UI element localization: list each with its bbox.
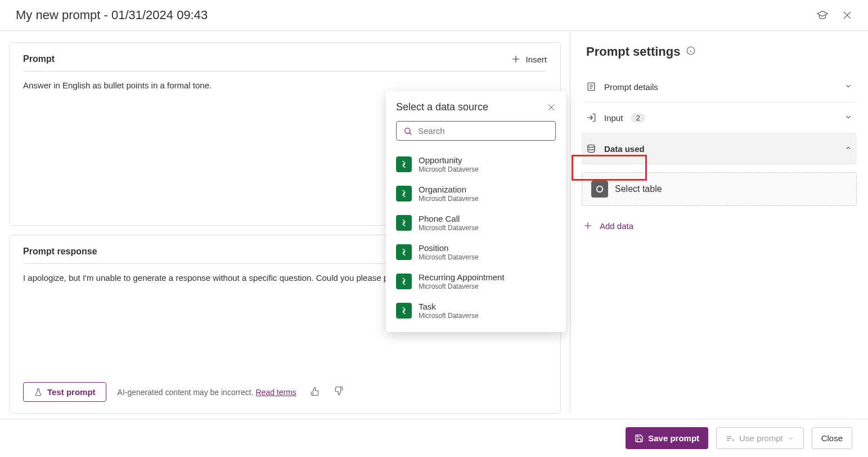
data-source-sub: Microsoft Dataverse (419, 283, 505, 290)
thumbs-up-icon[interactable] (310, 386, 320, 398)
data-source-sub: Microsoft Dataverse (419, 312, 479, 320)
data-source-sub: Microsoft Dataverse (419, 224, 479, 232)
dataverse-icon (396, 303, 412, 319)
close-button[interactable]: Close (812, 427, 852, 449)
accordion-input[interactable]: Input 2 (582, 102, 857, 133)
database-icon (586, 144, 596, 154)
search-icon (403, 127, 412, 136)
popover-close-icon[interactable] (547, 103, 556, 112)
data-source-name: Opportunity (419, 155, 479, 165)
data-source-list: Opportunity Microsoft Dataverse Organiza… (396, 150, 556, 325)
test-prompt-label: Test prompt (47, 387, 96, 397)
table-icon (591, 181, 608, 198)
prompt-card-title: Prompt (23, 54, 55, 64)
details-icon (586, 82, 596, 92)
data-source-item[interactable]: Phone Call Microsoft Dataverse (396, 208, 556, 238)
dataverse-icon (396, 186, 412, 201)
prompt-text[interactable]: Answer in English as bullet points in a … (23, 79, 547, 91)
chevron-down-icon (844, 82, 852, 92)
insert-label: Insert (525, 55, 547, 64)
save-prompt-label: Save prompt (648, 433, 699, 443)
footer-bar: Save prompt Use prompt Close (0, 419, 868, 457)
plus-icon (511, 54, 521, 64)
read-terms-link[interactable]: Read terms (255, 388, 296, 397)
flask-icon (34, 388, 43, 397)
svg-point-4 (405, 128, 410, 133)
response-card-title: Prompt response (23, 247, 97, 257)
data-source-item[interactable]: Opportunity Microsoft Dataverse (396, 150, 556, 179)
prompt-details-label: Prompt details (604, 82, 836, 92)
data-source-sub: Microsoft Dataverse (419, 253, 479, 261)
data-source-item[interactable]: Recurring Appointment Microsoft Datavers… (396, 267, 556, 296)
ai-disclaimer: AI-generated content may be incorrect. R… (118, 388, 296, 397)
data-used-body: Select table Add data (582, 164, 857, 235)
data-source-item[interactable]: Task Microsoft Dataverse (396, 296, 556, 325)
chevron-down-icon (844, 113, 852, 123)
chevron-down-icon (788, 435, 794, 442)
search-input[interactable] (418, 126, 548, 136)
select-table-button[interactable]: Select table (582, 172, 857, 206)
plus-icon (583, 221, 593, 231)
save-prompt-button[interactable]: Save prompt (626, 427, 708, 449)
dataverse-icon (396, 156, 412, 172)
input-label: Input (604, 113, 623, 123)
data-source-name: Phone Call (419, 214, 479, 224)
svg-point-2 (588, 145, 595, 147)
popover-header: Select a data source (396, 101, 556, 113)
data-source-name: Task (419, 302, 479, 312)
use-icon (726, 434, 735, 443)
use-prompt-button[interactable]: Use prompt (716, 427, 804, 449)
dataverse-icon (396, 244, 412, 260)
popover-title: Select a data source (396, 101, 488, 113)
data-source-name: Position (419, 243, 479, 253)
insert-button[interactable]: Insert (511, 54, 547, 64)
data-used-label: Data used (604, 144, 836, 154)
input-icon (586, 113, 596, 123)
data-source-popover: Select a data source Opportunity Microso… (386, 91, 566, 332)
dataverse-icon (396, 274, 412, 289)
response-footer: Test prompt AI-generated content may be … (23, 375, 547, 402)
info-icon[interactable] (686, 44, 696, 59)
prompt-card-header: Prompt Insert (23, 54, 547, 71)
add-data-label: Add data (600, 221, 633, 231)
accordion-data-used[interactable]: Data used (582, 133, 857, 164)
data-source-sub: Microsoft Dataverse (419, 165, 479, 173)
save-icon (635, 434, 644, 443)
input-count-badge: 2 (631, 113, 645, 123)
thumbs-down-icon[interactable] (334, 386, 344, 398)
header-bar: My new prompt - 01/31/2024 09:43 (0, 0, 868, 31)
settings-heading: Prompt settings (582, 44, 857, 59)
close-icon[interactable] (842, 10, 852, 20)
graduation-icon[interactable] (816, 9, 829, 21)
settings-title: Prompt settings (586, 44, 680, 59)
accordion-prompt-details[interactable]: Prompt details (582, 71, 857, 102)
data-source-name: Recurring Appointment (419, 272, 505, 283)
settings-panel: Prompt settings Prompt details Input 2 D… (570, 31, 868, 414)
dataverse-icon (396, 215, 412, 231)
select-table-label: Select table (615, 184, 662, 194)
page-title: My new prompt - 01/31/2024 09:43 (16, 8, 208, 23)
data-source-item[interactable]: Position Microsoft Dataverse (396, 238, 556, 267)
add-data-button[interactable]: Add data (582, 216, 857, 235)
test-prompt-button[interactable]: Test prompt (23, 382, 106, 402)
use-prompt-label: Use prompt (739, 433, 783, 443)
header-actions (816, 9, 852, 21)
search-box[interactable] (396, 121, 556, 141)
close-label: Close (821, 433, 843, 443)
data-source-name: Organization (419, 185, 479, 195)
chevron-up-icon (844, 144, 852, 154)
data-source-item[interactable]: Organization Microsoft Dataverse (396, 179, 556, 208)
data-source-sub: Microsoft Dataverse (419, 195, 479, 203)
